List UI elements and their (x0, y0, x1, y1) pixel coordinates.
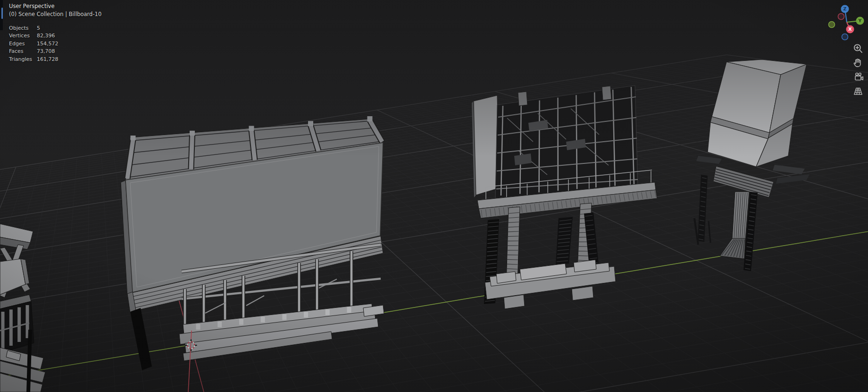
area-edge-strip[interactable] (0, 0, 3, 30)
gizmo-axis-z-positive[interactable]: Z (841, 5, 849, 13)
3d-viewport[interactable]: User Perspective (0) Scene Collection | … (0, 0, 868, 392)
svg-text:X: X (848, 26, 852, 32)
area-edge-accent (1, 8, 3, 19)
vignette (0, 0, 868, 392)
gizmo-axis-y-positive[interactable]: Y (856, 17, 864, 25)
gizmo-axis-x-negative[interactable] (838, 14, 844, 20)
ortho-grid-icon[interactable] (852, 85, 864, 97)
camera-view-icon[interactable] (852, 71, 864, 83)
svg-text:Y: Y (858, 18, 862, 23)
viewport-canvas[interactable] (0, 0, 868, 392)
gizmo-axis-y-negative[interactable] (829, 22, 835, 28)
viewport-nav-icons (852, 43, 865, 99)
svg-text:Z: Z (843, 6, 847, 11)
gizmo-axis-x-positive[interactable]: X (846, 26, 854, 34)
zoom-icon[interactable] (852, 43, 864, 55)
gizmo-axis-z-negative[interactable] (842, 34, 848, 40)
pan-hand-icon[interactable] (852, 57, 864, 69)
navigation-gizmo[interactable]: ZYX (828, 3, 866, 41)
